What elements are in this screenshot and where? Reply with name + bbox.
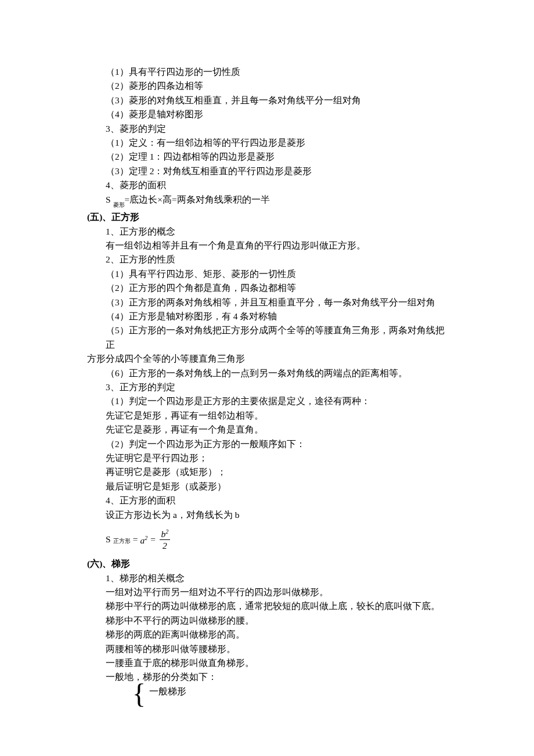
equals: = bbox=[150, 532, 156, 546]
square-area-formula: S 正方形= a2 = b2 2 bbox=[87, 522, 447, 557]
body-text: （1）具有平行四边形、矩形、菱形的一切性质 bbox=[87, 267, 447, 281]
body-text: 3、正方形的判定 bbox=[87, 380, 447, 394]
section-heading-six: (六)、梯形 bbox=[87, 557, 447, 571]
body-text: 先证明它是平行四边形； bbox=[87, 451, 447, 465]
body-text: （2）定理 1：四边都相等的四边形是菱形 bbox=[87, 150, 447, 164]
formula-symbol: S bbox=[106, 532, 111, 546]
body-text: 1、正方形的概念 bbox=[87, 225, 447, 239]
body-text: （2）正方形的四个角都是直角，四条边都相等 bbox=[87, 281, 447, 295]
body-text: （5）正方形的一条对角线把正方形分成两个全等的等腰直角三角形，两条对角线把正 bbox=[87, 323, 447, 352]
body-text: （3）菱形的对角线互相垂直，并且每一条对角线平分一组对角 bbox=[87, 93, 447, 107]
body-text: 梯形中不平行的两边叫做梯形的腰。 bbox=[87, 614, 447, 628]
brace-item: 一般梯形 bbox=[149, 685, 186, 699]
body-text: 1、梯形的相关概念 bbox=[87, 571, 447, 585]
body-text: （4）菱形是轴对称图形 bbox=[87, 107, 447, 121]
formula-rest: =底边长×高=两条对角线乘积的一半 bbox=[125, 195, 270, 204]
section-heading-five: (五)、正方形 bbox=[87, 210, 447, 224]
body-text: 梯形中平行的两边叫做梯形的底，通常把较短的底叫做上底，较长的底叫做下底。 bbox=[87, 599, 447, 613]
body-text: （4）正方形是轴对称图形，有 4 条对称轴 bbox=[87, 309, 447, 323]
equals: = bbox=[133, 532, 138, 546]
document-page: （1）具有平行四边形的一切性质 （2）菱形的四条边相等 （3）菱形的对角线互相垂… bbox=[0, 0, 534, 756]
body-text: （3）定理 2：对角线互相垂直的平行四边形是菱形 bbox=[87, 164, 447, 178]
left-brace-icon: { bbox=[132, 683, 146, 704]
subscript: 正方形 bbox=[113, 534, 131, 548]
body-text: 4、正方形的面积 bbox=[87, 494, 447, 507]
exponent: 2 bbox=[145, 535, 147, 541]
formula-symbol: S bbox=[106, 195, 113, 204]
numerator: b2 bbox=[160, 529, 171, 541]
denominator: 2 bbox=[163, 540, 167, 550]
body-text: 4、菱形的面积 bbox=[87, 178, 447, 192]
exponent: 2 bbox=[165, 528, 168, 535]
body-text: 2、正方形的性质 bbox=[87, 253, 447, 267]
body-text: 再证明它是菱形（或矩形）； bbox=[87, 465, 447, 479]
body-text: 最后证明它是矩形（或菱形） bbox=[87, 480, 447, 494]
body-text: 方形分成四个全等的小等腰直角三角形 bbox=[87, 352, 447, 366]
classification-brace: { 一般梯形 bbox=[87, 685, 447, 705]
body-text: （1）判定一个四边形是正方形的主要依据是定义，途径有两种： bbox=[87, 394, 447, 408]
body-text: 梯形的两底的距离叫做梯形的高。 bbox=[87, 628, 447, 642]
body-text: （6）正方形的一条对角线上的一点到另一条对角线的两端点的距离相等。 bbox=[87, 366, 447, 380]
body-text: 设正方形边长为 a，对角线长为 b bbox=[87, 508, 447, 522]
fraction: b2 2 bbox=[160, 529, 171, 550]
body-text: （2）判定一个四边形为正方形的一般顺序如下： bbox=[87, 437, 447, 451]
subscript: 菱形 bbox=[113, 201, 125, 208]
body-text: 先证它是菱形，再证有一个角是直角。 bbox=[87, 423, 447, 437]
body-text: 有一组邻边相等并且有一个角是直角的平行四边形叫做正方形。 bbox=[87, 239, 447, 253]
body-text: （3）正方形的两条对角线相等，并且互相垂直平分，每一条对角线平分一组对角 bbox=[87, 296, 447, 309]
variable-a: a2 bbox=[140, 531, 147, 548]
body-text: 3、菱形的判定 bbox=[87, 122, 447, 136]
body-text: 一腰垂直于底的梯形叫做直角梯形。 bbox=[87, 656, 447, 670]
body-text: （1）具有平行四边形的一切性质 bbox=[87, 65, 447, 79]
body-text: （2）菱形的四条边相等 bbox=[87, 79, 447, 93]
body-text: 两腰相等的梯形叫做等腰梯形。 bbox=[87, 642, 447, 656]
body-text: 一组对边平行而另一组对边不平行的四边形叫做梯形。 bbox=[87, 585, 447, 599]
formula-text: S 菱形=底边长×高=两条对角线乘积的一半 bbox=[87, 193, 447, 211]
body-text: （1）定义：有一组邻边相等的平行四边形是菱形 bbox=[87, 136, 447, 150]
body-text: 先证它是矩形，再证有一组邻边相等。 bbox=[87, 409, 447, 423]
